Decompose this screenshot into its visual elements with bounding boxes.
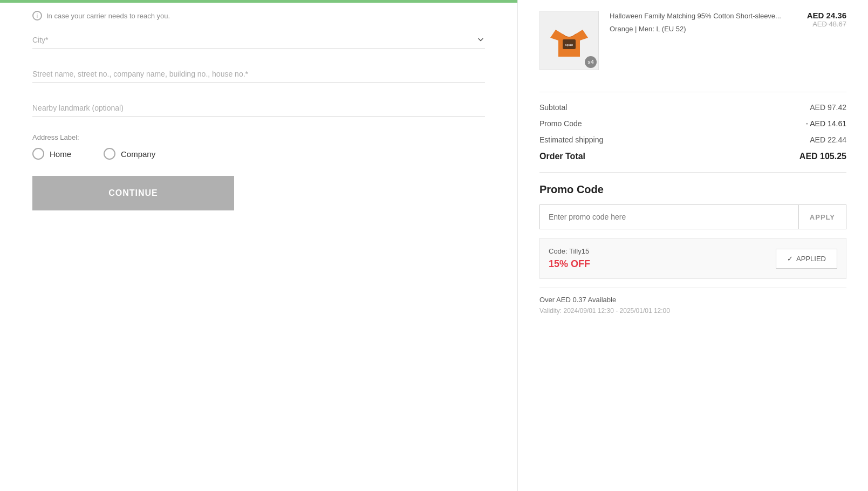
right-panel: SQUAD x4 Halloween Family Matching 95% C… [518, 0, 868, 491]
promo-section: Promo Code APPLY Code: Tilly15 15% OFF ✓… [539, 183, 846, 315]
landmark-field[interactable] [32, 99, 485, 117]
promo-row: Promo Code - AED 14.61 [539, 119, 846, 128]
info-icon: i [32, 11, 42, 21]
top-progress-bar [0, 0, 517, 3]
info-notice: i In case your carrier needs to reach yo… [32, 4, 485, 31]
svg-text:SQUAD: SQUAD [565, 44, 573, 46]
radio-company-option[interactable]: Company [104, 148, 155, 160]
promo-code-input[interactable] [540, 205, 798, 229]
promo-code-name: Code: Tilly15 [549, 247, 590, 255]
continue-button[interactable]: CONTINUE [32, 176, 234, 210]
city-field[interactable]: City* [32, 31, 485, 49]
product-image-wrapper: SQUAD x4 [539, 11, 599, 70]
promo-label: Promo Code [539, 119, 582, 128]
radio-group: Home Company [32, 148, 485, 160]
summary-divider [539, 172, 846, 173]
promo-apply-button[interactable]: APPLY [798, 205, 846, 229]
price-original: AED 48.67 [807, 20, 846, 28]
subtotal-label: Subtotal [539, 103, 567, 112]
product-title: Halloween Family Matching 95% Cotton Sho… [610, 11, 796, 22]
street-input[interactable] [32, 65, 485, 83]
street-field[interactable] [32, 65, 485, 83]
applied-button[interactable]: ✓ APPLIED [776, 249, 837, 269]
address-label-title: Address Label: [32, 133, 485, 141]
check-icon: ✓ [787, 255, 793, 263]
left-panel: i In case your carrier needs to reach yo… [0, 0, 518, 491]
info-notice-text: In case your carrier needs to reach you. [46, 12, 170, 20]
promo-available-text: Over AED 0.37 Available [539, 296, 846, 304]
promo-value: - AED 14.61 [806, 119, 847, 128]
order-summary: Subtotal AED 97.42 Promo Code - AED 14.6… [539, 92, 846, 161]
product-tshirt-svg: SQUAD [548, 19, 591, 62]
promo-divider [539, 288, 846, 288]
promo-section-title: Promo Code [539, 183, 846, 196]
city-select[interactable] [32, 31, 485, 49]
quantity-badge: x4 [585, 56, 597, 68]
shipping-row: Estimated shipping AED 22.44 [539, 135, 846, 144]
total-label: Order Total [539, 152, 585, 161]
promo-code-info: Code: Tilly15 15% OFF [549, 247, 590, 270]
radio-home-circle[interactable] [32, 148, 44, 160]
product-variant: Orange | Men: L (EU 52) [610, 25, 796, 33]
product-item: SQUAD x4 Halloween Family Matching 95% C… [539, 11, 846, 81]
promo-validity-text: Validity: 2024/09/01 12:30 - 2025/01/01 … [539, 307, 846, 315]
address-label-section: Address Label: Home Company [32, 133, 485, 160]
radio-home-option[interactable]: Home [32, 148, 71, 160]
landmark-input[interactable] [32, 99, 485, 117]
promo-input-wrapper: APPLY [539, 204, 846, 229]
radio-company-label: Company [121, 149, 155, 159]
price-current: AED 24.36 [807, 11, 846, 20]
product-price: AED 24.36 AED 48.67 [807, 11, 846, 70]
subtotal-value: AED 97.42 [810, 103, 846, 112]
product-details: Halloween Family Matching 95% Cotton Sho… [610, 11, 796, 70]
promo-discount-label: 15% OFF [549, 258, 590, 270]
total-row: Order Total AED 105.25 [539, 152, 846, 161]
radio-home-label: Home [50, 149, 71, 159]
applied-promo-box: Code: Tilly15 15% OFF ✓ APPLIED [539, 238, 846, 279]
total-value: AED 105.25 [799, 152, 846, 161]
subtotal-row: Subtotal AED 97.42 [539, 103, 846, 112]
radio-company-circle[interactable] [104, 148, 115, 160]
shipping-value: AED 22.44 [810, 135, 846, 144]
page-container: i In case your carrier needs to reach yo… [0, 0, 868, 491]
shipping-label: Estimated shipping [539, 135, 603, 144]
